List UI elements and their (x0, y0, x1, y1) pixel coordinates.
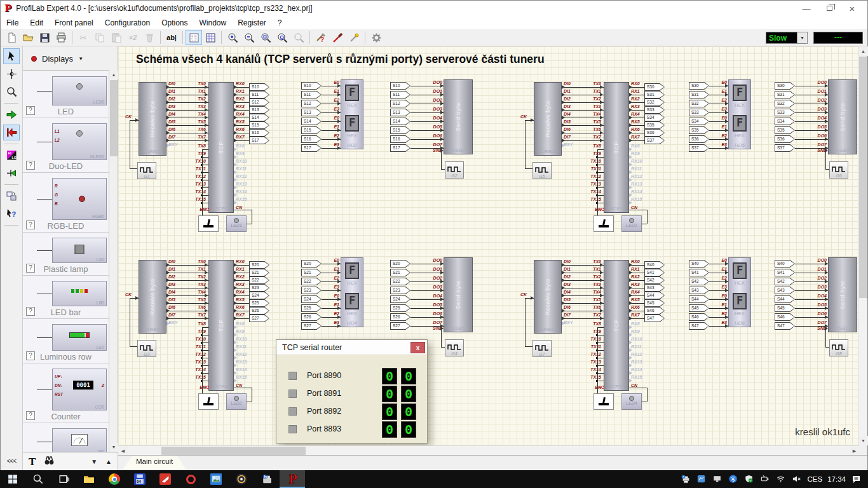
toolbar-x2-button[interactable]: ×2 (125, 30, 141, 45)
scroll-down-icon[interactable]: ▼ (858, 436, 868, 445)
signal-tag-S27[interactable]: S27 (249, 315, 269, 322)
signal-tag-S12[interactable]: S12 (301, 100, 322, 107)
signal-tag-S40[interactable]: S40 (775, 260, 795, 268)
tray-monitor-icon[interactable] (712, 474, 723, 485)
signal-tag-S47[interactable]: S47 (689, 322, 709, 330)
scroll-right-icon[interactable]: ▶ (850, 446, 859, 456)
palette-item-counter[interactable]: CO0UP↓DN↓RST0001ZCounter? (23, 363, 109, 423)
scrollbar-thumb[interactable] (161, 447, 306, 455)
scrollbar-thumb[interactable] (859, 57, 867, 298)
signal-tag-S27[interactable]: S27 (301, 322, 322, 330)
tool-select-button[interactable] (3, 48, 20, 64)
signal-tag-S21[interactable]: S21 (249, 269, 269, 276)
signal-tag-S31[interactable]: S31 (775, 91, 795, 98)
component-clock-generator-g2[interactable]: G2 (445, 161, 464, 179)
menu-register[interactable]: Register (232, 17, 272, 29)
toolbar-paste-button[interactable] (108, 30, 125, 45)
signal-tag-S10[interactable]: S10 (249, 83, 269, 91)
toolbar-zoom-page-button[interactable]: Q (274, 30, 290, 45)
taskbar-app-photos[interactable] (203, 470, 229, 488)
signal-tag-S20[interactable]: S20 (301, 260, 322, 268)
signal-tag-S22[interactable]: S22 (249, 276, 269, 284)
component-led-led4[interactable]: LED4 (621, 393, 642, 410)
signal-tag-S44[interactable]: S44 (689, 295, 709, 303)
signal-tag-S42[interactable]: S42 (689, 278, 709, 285)
component-clock-generator-g7[interactable]: G7 (532, 340, 552, 357)
signal-tag-S26[interactable]: S26 (301, 313, 322, 321)
tool-stop-button[interactable] (3, 125, 20, 140)
signal-tag-S14[interactable]: S14 (249, 114, 269, 121)
toolbar-grid-circuit-button[interactable] (202, 30, 219, 45)
horizontal-scrollbar[interactable]: ◀ ▶ (118, 445, 859, 455)
signal-tag-S23[interactable]: S23 (249, 284, 269, 292)
signal-tag-S45[interactable]: S45 (689, 304, 709, 312)
toolbar-save-button[interactable] (36, 30, 53, 45)
help-button[interactable]: ? (26, 220, 35, 229)
palette-item-rgbled[interactable]: RGB0RGBRGB-LED? (23, 173, 109, 233)
toolbar-cut-button[interactable]: ✂ (75, 30, 92, 45)
signal-tag-S34[interactable]: S34 (775, 118, 795, 125)
taskbar-app-sim64[interactable]: 64 (127, 470, 153, 488)
tray-power-icon[interactable] (760, 474, 771, 485)
signal-tag-S34[interactable]: S34 (689, 118, 709, 125)
move-down-icon[interactable]: ▼ (91, 458, 97, 465)
tool-zoom-button[interactable] (3, 84, 20, 100)
signal-tag-S10[interactable]: S10 (390, 82, 410, 90)
signal-tag-S24[interactable]: S24 (301, 295, 322, 303)
component-receive-byte-orb12[interactable]: Receive byteORB12 (534, 260, 562, 334)
taskbar-app-compass[interactable] (229, 470, 254, 488)
keyboard-language[interactable]: CES (808, 475, 823, 483)
component-send-byte-osb11[interactable]: Send byteOSB11 (828, 257, 857, 332)
signal-tag-S23[interactable]: S23 (390, 287, 410, 294)
toolbar-screwdriver-button[interactable] (329, 30, 346, 45)
help-button[interactable]: ? (26, 106, 35, 115)
signal-tag-S25[interactable]: S25 (249, 299, 269, 307)
signal-tag-S43[interactable]: S43 (775, 287, 795, 294)
tray-wifi-icon[interactable] (776, 474, 787, 485)
component-clock-generator-g6[interactable]: G6 (829, 161, 848, 179)
signal-tag-S12[interactable]: S12 (390, 100, 410, 107)
signal-tag-S43[interactable]: S43 (689, 287, 709, 294)
toolbar-zoom-out-button[interactable] (241, 30, 257, 45)
menu-configuration[interactable]: Configuration (99, 17, 156, 29)
taskbar-app-opera[interactable] (178, 470, 203, 488)
signal-tag-S14[interactable]: S14 (390, 118, 410, 125)
tray-bluetooth-icon[interactable] (728, 474, 739, 485)
signal-tag-S26[interactable]: S26 (249, 307, 269, 315)
signal-tag-S33[interactable]: S33 (775, 109, 795, 116)
signal-tag-S15[interactable]: S15 (249, 121, 269, 129)
palette-item-ledbar[interactable]: LB0LED bar? (23, 276, 109, 319)
signal-tag-S46[interactable]: S46 (689, 313, 709, 321)
palette-item-led[interactable]: LED0LED? (23, 71, 109, 118)
signal-tag-S20[interactable]: S20 (249, 261, 269, 269)
scroll-down-icon[interactable]: ▼ (109, 443, 118, 452)
component-led-led3[interactable]: LED3 (621, 215, 642, 232)
component-receive-byte-orb9[interactable]: Receive byteORB9 (534, 82, 562, 156)
signal-tag-S11[interactable]: S11 (301, 91, 322, 98)
component-clock-generator-g8[interactable]: G8 (829, 339, 848, 356)
signal-tag-S15[interactable]: S15 (390, 126, 410, 134)
search-components-button[interactable] (44, 455, 55, 468)
toolbar-zoom-undo-button[interactable] (290, 30, 307, 45)
signal-tag-S10[interactable]: S10 (301, 82, 322, 90)
component-clock-generator-g5[interactable]: G5 (532, 162, 552, 179)
signal-tag-S34[interactable]: S34 (644, 114, 665, 121)
signal-tag-S15[interactable]: S15 (301, 126, 322, 134)
signal-tag-S11[interactable]: S11 (249, 91, 269, 98)
component-switch[interactable] (593, 215, 614, 232)
signal-tag-S44[interactable]: S44 (644, 292, 665, 299)
signal-tag-S40[interactable]: S40 (689, 260, 709, 268)
signal-tag-S46[interactable]: S46 (775, 313, 795, 321)
tool-duplicate-button[interactable] (3, 188, 20, 204)
toolbar-zoom-region-button[interactable] (257, 30, 274, 45)
vertical-scrollbar[interactable]: ▲ ▼ (858, 46, 867, 445)
component-clock-generator-g1[interactable]: G1 (137, 162, 156, 179)
signal-tag-S16[interactable]: S16 (249, 129, 269, 137)
dialog-title-bar[interactable]: TCP serial router x (276, 340, 427, 355)
signal-tag-S36[interactable]: S36 (689, 135, 709, 143)
help-button[interactable]: ? (26, 411, 35, 420)
component-tcp-tcp7[interactable]: TCPTCP7 (604, 82, 629, 213)
signal-tag-S11[interactable]: S11 (390, 91, 410, 98)
signal-tag-S13[interactable]: S13 (249, 106, 269, 114)
palette-item-meter[interactable]: M0Meter? (23, 423, 109, 452)
